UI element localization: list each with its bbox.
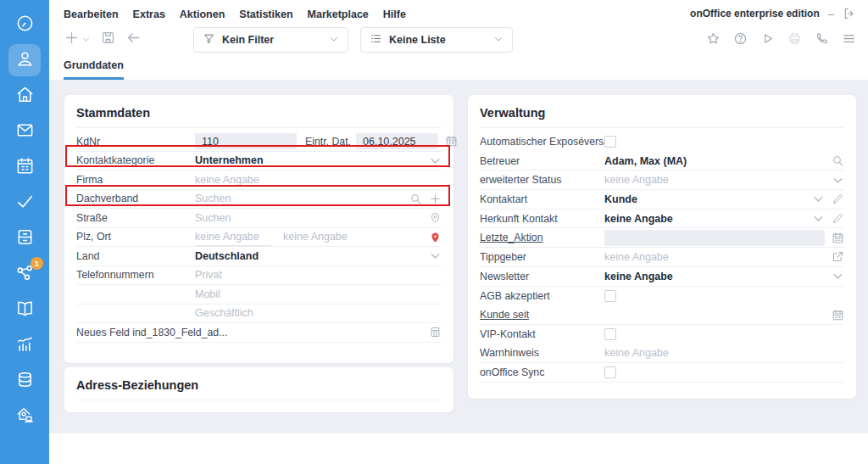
sidebar-item-statistics[interactable] xyxy=(8,329,41,361)
sidebar-item-homeoffice[interactable] xyxy=(8,400,41,433)
external-link-icon[interactable] xyxy=(832,250,844,263)
save-button[interactable] xyxy=(100,30,116,49)
pencil-icon[interactable] xyxy=(832,212,844,225)
land-label: Land xyxy=(76,250,195,262)
plz-input[interactable] xyxy=(195,229,271,244)
sidebar-item-properties[interactable] xyxy=(8,80,41,112)
row-kontaktkategorie: Kontaktkategorie Unternehmen xyxy=(76,152,442,171)
search-icon[interactable] xyxy=(409,193,422,205)
print-button[interactable] xyxy=(787,31,802,49)
agb-label: AGB akzeptiert xyxy=(480,290,604,302)
menu-marketplace[interactable]: Marketplace xyxy=(308,8,369,20)
menu-aktionen[interactable]: Aktionen xyxy=(180,8,225,20)
strasse-search-input[interactable] xyxy=(195,210,422,226)
agb-checkbox[interactable] xyxy=(604,290,616,302)
phone-button[interactable] xyxy=(815,31,829,49)
herkunft-select[interactable]: keine Angabe xyxy=(604,210,844,228)
sidebar-item-contacts[interactable] xyxy=(8,44,41,76)
plus-icon[interactable] xyxy=(429,193,442,205)
main-content: Stammdaten KdNr Eintr. Dat. Kontaktkateg… xyxy=(49,80,868,433)
onoffice-sync-checkbox[interactable] xyxy=(604,366,616,378)
app-title: onOffice enterprise edition xyxy=(690,8,820,20)
pin-icon[interactable] xyxy=(429,211,442,224)
vip-checkbox[interactable] xyxy=(604,328,616,340)
calendar-icon[interactable] xyxy=(445,135,458,148)
phone-icon xyxy=(815,31,829,49)
sidebar: 1 xyxy=(0,0,49,464)
star-icon xyxy=(706,31,721,49)
database-icon xyxy=(15,370,35,393)
sidebar-item-calendar[interactable] xyxy=(8,151,41,183)
onoffice-sync-label: onOffice Sync xyxy=(480,366,604,378)
warnhinweis-input[interactable] xyxy=(604,345,844,361)
letzte-aktion-label: Letzte_Aktion xyxy=(480,232,604,243)
calendar-icon[interactable] xyxy=(832,232,844,244)
sidebar-item-process[interactable]: 1 xyxy=(8,258,41,290)
pin-filled-icon[interactable] xyxy=(429,231,442,243)
sidebar-item-knowledge[interactable] xyxy=(8,293,41,326)
firma-input[interactable] xyxy=(195,172,442,187)
row-vip: VIP-Kontakt xyxy=(480,325,844,344)
strasse-label: Straße xyxy=(76,212,195,224)
table-icon[interactable] xyxy=(429,326,442,338)
user-icon xyxy=(15,49,35,72)
eintr-dat-input[interactable] xyxy=(356,133,438,149)
telefon-privat-input[interactable] xyxy=(195,267,442,282)
kunde-seit-input[interactable] xyxy=(604,307,825,322)
help-button[interactable] xyxy=(733,31,748,49)
kontaktkategorie-select[interactable]: Unternehmen xyxy=(195,152,442,171)
tippgeber-input[interactable] xyxy=(604,249,825,265)
neues-feld-input[interactable] xyxy=(246,325,422,340)
expose-checkbox[interactable] xyxy=(604,136,616,148)
erweiterter-status-select[interactable]: keine Angabe xyxy=(604,171,844,189)
row-kdnr: KdNr Eintr. Dat. xyxy=(76,132,442,152)
play-button[interactable] xyxy=(760,31,775,49)
telefon-mobil-input[interactable] xyxy=(195,287,442,302)
sidebar-item-dashboard[interactable] xyxy=(8,8,41,41)
kontaktkategorie-value: Unternehmen xyxy=(195,154,422,166)
logout-icon[interactable] xyxy=(843,7,856,20)
add-record-button[interactable] xyxy=(64,30,91,49)
row-erweiterter-status: erweiterter Status keine Angabe xyxy=(480,171,844,190)
telefon-label: Telefonnummern xyxy=(76,269,195,281)
menu-statistiken[interactable]: Statistiken xyxy=(239,8,292,20)
home-laptop-icon xyxy=(15,405,35,428)
back-button[interactable] xyxy=(125,30,142,49)
row-tippgeber: Tippgeber xyxy=(480,248,844,267)
row-telefon-geschaeftlich xyxy=(76,305,442,324)
newsletter-value: keine Angabe xyxy=(604,271,825,282)
sidebar-item-data[interactable] xyxy=(8,365,41,397)
list-dropdown[interactable]: Keine Liste xyxy=(360,27,513,53)
dachverband-search-input[interactable] xyxy=(195,191,403,206)
tab-grunddaten[interactable]: Grunddaten xyxy=(64,56,124,80)
search-icon[interactable] xyxy=(832,154,844,167)
expose-label: Automatischer Exposéversand xyxy=(480,136,604,148)
ort-input[interactable] xyxy=(283,229,422,244)
menu-hilfe[interactable]: Hilfe xyxy=(383,8,406,20)
letzte-aktion-input[interactable] xyxy=(604,230,825,246)
adress-beziehungen-card: Adress-Beziehungen xyxy=(64,367,453,412)
filter-dropdown[interactable]: Kein Filter xyxy=(193,27,348,53)
menu-bearbeiten[interactable]: Bearbeiten xyxy=(64,8,119,20)
archive-icon xyxy=(15,227,35,250)
betreuer-value: Adam, Max (MA) xyxy=(604,155,825,167)
kdnr-input[interactable] xyxy=(195,133,297,149)
row-telefon-privat: Telefonnummern xyxy=(76,266,442,286)
kontaktart-select[interactable]: Kunde xyxy=(604,190,844,209)
verwaltung-title: Verwaltung xyxy=(468,95,856,127)
calendar-icon[interactable] xyxy=(832,309,844,321)
erweiterter-status-label: erweiterter Status xyxy=(480,174,604,186)
sidebar-item-files[interactable] xyxy=(8,222,41,254)
menu-extras[interactable]: Extras xyxy=(133,8,165,20)
telefon-geschaeftlich-input[interactable] xyxy=(195,305,442,321)
arrow-left-icon xyxy=(125,30,142,49)
mail-icon xyxy=(15,120,35,143)
newsletter-select[interactable]: keine Angabe xyxy=(604,267,844,286)
sidebar-item-email[interactable] xyxy=(8,115,41,148)
more-menu-button[interactable] xyxy=(842,31,856,49)
home-icon xyxy=(15,85,35,108)
pencil-icon[interactable] xyxy=(832,193,844,205)
sidebar-item-tasks[interactable] xyxy=(8,187,41,219)
land-select[interactable]: Deutschland xyxy=(195,247,442,266)
favorite-button[interactable] xyxy=(706,31,721,49)
